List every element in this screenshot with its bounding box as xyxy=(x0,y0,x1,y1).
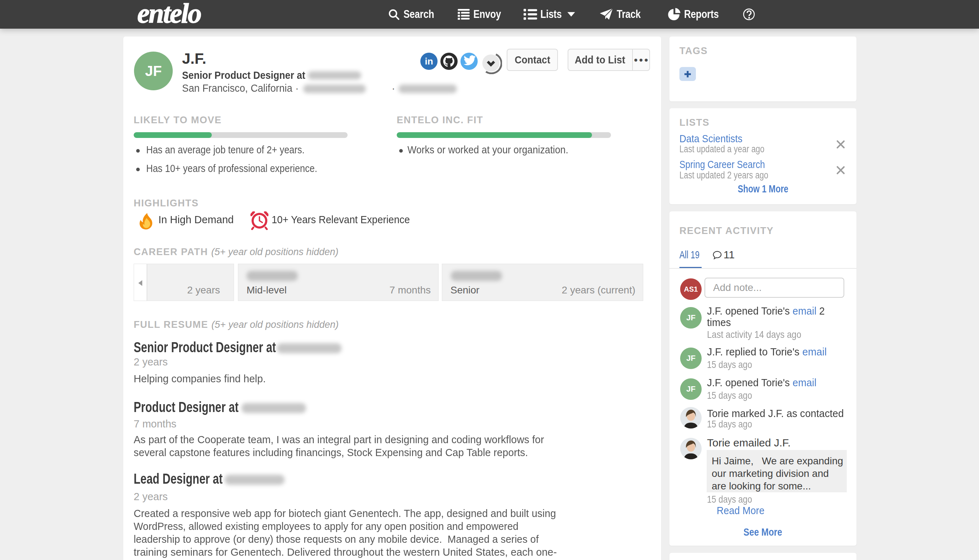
svg-text:in: in xyxy=(425,56,433,67)
